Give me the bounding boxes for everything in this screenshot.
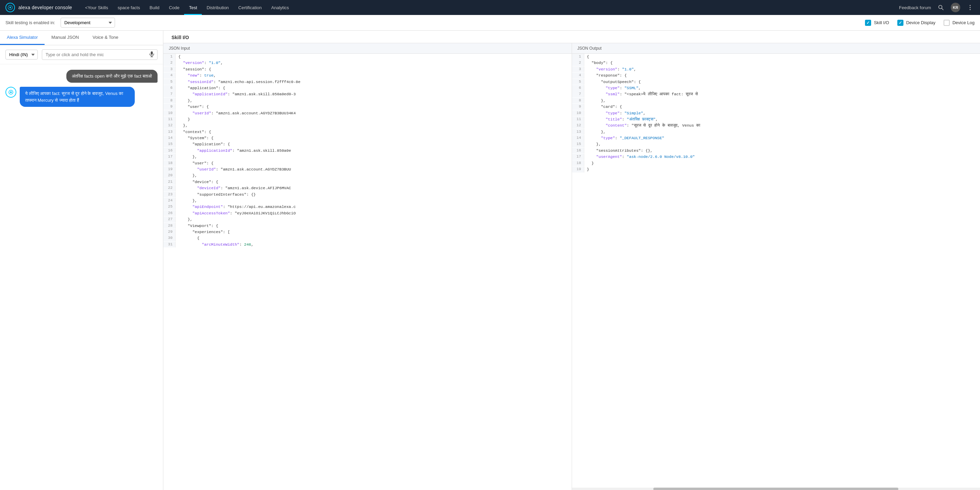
utterance-input-wrapper [42, 49, 158, 60]
device-display-checkbox-item[interactable]: Device Display [897, 20, 935, 26]
line-content: }, [176, 216, 195, 223]
feedback-forum-link[interactable]: Feedback forum [899, 5, 931, 10]
line-number: 2 [572, 60, 584, 66]
code-line: 11 } [163, 116, 572, 123]
top-navigation: alexa developer console Your Skills spac… [0, 0, 980, 15]
code-line: 19 "userId": "amzn1.ask.account.AGYDZ7B3… [163, 166, 572, 172]
device-log-label: Device Log [953, 20, 975, 25]
alexa-logo-icon [5, 3, 15, 12]
line-content: "user": { [176, 104, 212, 110]
user-avatar[interactable]: KR [951, 3, 960, 12]
code-line: 1{ [572, 54, 980, 60]
code-line: 10 "type": "Simple", [572, 110, 980, 116]
code-line: 31 "arcMinuteWidth": 246, [163, 242, 572, 248]
json-input-header: JSON Input [163, 43, 572, 54]
line-number: 1 [572, 54, 584, 60]
app-logo: alexa developer console [5, 3, 72, 12]
json-output-code[interactable]: 1{2 "body": {3 "version": "1.0",4 "respo… [572, 54, 980, 488]
line-number: 17 [163, 154, 176, 160]
mic-icon[interactable] [150, 51, 154, 59]
code-line: 1{ [163, 54, 572, 60]
nav-test[interactable]: Test [184, 0, 202, 15]
json-input-panel: JSON Input 1{2 "version": "1.0",3 "sessi… [163, 43, 572, 490]
line-number: 26 [163, 210, 176, 216]
svg-point-4 [970, 5, 971, 6]
line-content: "arcMinuteWidth": 246, [176, 242, 256, 248]
code-line: 3 "version": "1.0", [572, 66, 980, 73]
device-log-checkbox-item[interactable]: Device Log [943, 20, 975, 26]
line-number: 11 [572, 116, 584, 123]
line-content: "device": { [176, 179, 221, 185]
nav-code[interactable]: Code [164, 0, 184, 15]
code-line: 26 "apiAccessToken": "eyJ0eXAiOiJKV1QiLC… [163, 210, 572, 216]
code-line: 20 }, [163, 172, 572, 179]
line-number: 13 [163, 129, 176, 135]
line-content: }, [176, 98, 195, 104]
tab-alexa-simulator[interactable]: Alexa Simulator [0, 30, 45, 45]
line-number: 7 [572, 91, 584, 97]
nav-build[interactable]: Build [145, 0, 164, 15]
svg-point-5 [970, 7, 971, 8]
line-content: "body": { [584, 60, 616, 66]
line-content: "userId": "amzn1.ask.account.AGYDZ7B3BUU [176, 166, 294, 172]
code-line: 21 "device": { [163, 179, 572, 185]
nav-distribution[interactable]: Distribution [202, 0, 234, 15]
json-output-scrollbar[interactable] [572, 488, 980, 490]
code-line: 4 "new": true, [163, 73, 572, 79]
environment-dropdown[interactable]: Development [60, 18, 115, 27]
user-message-1: अंतरिक्ष facts open करो और मुझे एक fact … [66, 70, 158, 83]
line-content: "version": "1.0", [584, 66, 639, 73]
line-content: }, [176, 198, 200, 204]
tab-voice-tone[interactable]: Voice & Tone [86, 30, 125, 45]
utterance-input[interactable] [42, 49, 158, 60]
code-line: 8 }, [163, 98, 572, 104]
json-input-code[interactable]: 1{2 "version": "1.0",3 "session": {4 "ne… [163, 54, 572, 490]
code-line: 25 "apiEndpoint": "https://api.eu.amazon… [163, 204, 572, 210]
skill-io-section-header: Skill I/O [163, 30, 980, 43]
skill-io-label: Skill I/O [874, 20, 889, 25]
json-output-scrollbar-thumb[interactable] [653, 488, 898, 490]
line-content: }, [584, 129, 608, 135]
nav-skill-name[interactable]: space facts [113, 0, 145, 15]
tab-manual-json[interactable]: Manual JSON [45, 30, 86, 45]
line-content: } [584, 166, 592, 172]
code-line: 16 "sessionAttributes": {}, [572, 148, 980, 154]
line-content: "type": "Simple", [584, 110, 649, 116]
search-button[interactable] [937, 3, 945, 12]
line-content: } [176, 116, 193, 123]
language-dropdown[interactable]: Hindi (IN) [5, 50, 38, 60]
line-number: 14 [572, 135, 584, 141]
line-content: { [176, 235, 202, 241]
code-line: 2 "version": "1.0", [163, 60, 572, 66]
line-content: }, [584, 98, 608, 104]
line-number: 4 [572, 73, 584, 79]
line-content: "sessionAttributes": {}, [584, 148, 655, 154]
line-content: "userAgent": "ask-node/2.6.0 Node/v8.10.… [584, 154, 698, 160]
device-display-checkbox[interactable] [897, 20, 904, 26]
left-panel: Alexa Simulator Manual JSON Voice & Tone… [0, 30, 163, 490]
line-number: 3 [572, 66, 584, 73]
line-content: "session": { [176, 66, 214, 73]
nav-analytics[interactable]: Analytics [266, 0, 294, 15]
line-number: 16 [163, 148, 176, 154]
skill-io-checkbox[interactable] [865, 20, 871, 26]
line-number: 15 [163, 141, 176, 147]
line-content: "outputSpeech": { [584, 79, 644, 85]
line-content: "title": "अंतरिक्ष फ़ाक्ट्स", [584, 116, 661, 123]
code-line: 12 "content": "सूरज से दूर होने के बावजू… [572, 123, 980, 129]
line-content: }, [176, 123, 191, 129]
nav-back-link[interactable]: Your Skills [80, 0, 113, 15]
svg-rect-7 [151, 51, 153, 55]
skill-testing-label: Skill testing is enabled in: [5, 20, 55, 25]
skill-io-checkbox-item[interactable]: Skill I/O [865, 20, 889, 26]
device-log-checkbox[interactable] [943, 20, 950, 26]
line-number: 2 [163, 60, 176, 66]
line-number: 8 [163, 98, 176, 104]
json-output-header: JSON Output [572, 43, 980, 54]
more-options-button[interactable] [966, 3, 975, 12]
nav-certification[interactable]: Certification [234, 0, 266, 15]
line-number: 8 [572, 98, 584, 104]
code-line: 23 "supportedInterfaces": {} [163, 192, 572, 198]
line-content: "new": true, [176, 73, 218, 79]
line-number: 15 [572, 141, 584, 147]
